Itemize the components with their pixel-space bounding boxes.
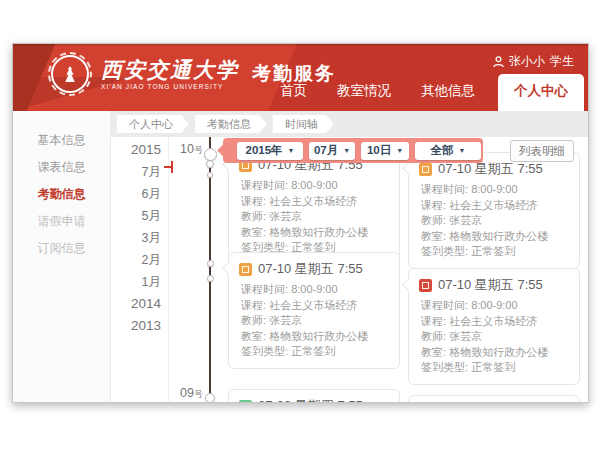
app-body: 基本信息课表信息考勤信息请假申请订阅信息 个人中心考勤信息时间轴 20157月6… (13, 111, 588, 403)
user-info[interactable]: 张小小 学生 (493, 53, 574, 70)
attendance-card[interactable]: 07-10 星期五 7:55课程时间: 8:00-9:00课程: 社会主义市场经… (228, 252, 400, 369)
sidebar-item[interactable]: 订阅信息 (13, 235, 110, 262)
timeline-period[interactable]: 1月 (111, 271, 161, 293)
pagoda-icon (64, 66, 76, 82)
attendance-card[interactable] (408, 395, 580, 403)
chevron-down-icon: ▼ (343, 147, 350, 154)
field-label: 课程: (241, 299, 266, 311)
field-value: 社会主义市场经济 (449, 199, 537, 211)
card-row: 课程时间: 8:00-9:00 (419, 182, 569, 198)
status-icon (239, 263, 252, 276)
filter-bubble: 2015年▼ 07月▼ 10日▼ 全部▼ (223, 138, 483, 163)
timeline-day-label[interactable]: 09号 (169, 386, 203, 401)
nav-item[interactable]: 首页 (265, 82, 322, 111)
nav-item[interactable]: 其他信息 (406, 82, 490, 111)
month-select[interactable]: 07月▼ (309, 142, 355, 160)
card-header: 07-09 星期四 7:55 (239, 397, 389, 403)
field-label: 教师: (421, 214, 446, 226)
chevron-down-icon: ▼ (288, 147, 295, 154)
timeline-period[interactable]: 2013 (111, 315, 161, 337)
field-label: 课程时间: (421, 299, 468, 311)
field-label: 课程时间: (241, 179, 288, 191)
field-label: 签到类型: (241, 345, 288, 357)
attendance-card[interactable]: 07-10 星期五 7:55课程时间: 8:00-9:00课程: 社会主义市场经… (408, 268, 580, 385)
field-label: 课程: (421, 315, 446, 327)
card-row: 教师: 张芸京 (419, 329, 569, 345)
timeline-node[interactable] (207, 260, 214, 267)
chevron-down-icon: ▼ (396, 147, 403, 154)
main-content: 个人中心考勤信息时间轴 20157月6月5月3月2月1月20142013 10号… (111, 111, 588, 403)
card-row: 课程时间: 8:00-9:00 (419, 298, 569, 314)
timeline-node[interactable] (207, 172, 213, 178)
field-value: 格物致知行政办公楼 (269, 330, 368, 342)
sidebar: 基本信息课表信息考勤信息请假申请订阅信息 (13, 111, 111, 403)
main-nav: 首页教室情况其他信息个人中心 (265, 74, 584, 111)
timeline-period[interactable]: 2015 (111, 139, 161, 161)
field-value: 正常签到 (291, 345, 335, 357)
university-gear-logo-icon (51, 55, 89, 93)
timeline-period[interactable]: 7月 (111, 161, 161, 183)
nav-item[interactable]: 教室情况 (322, 82, 406, 111)
timeline-node[interactable] (205, 393, 215, 403)
field-value: 张芸京 (269, 314, 302, 326)
field-value: 格物致知行政办公楼 (269, 226, 368, 238)
breadcrumb-item[interactable]: 个人中心 (117, 115, 189, 133)
day-select[interactable]: 10日▼ (361, 142, 409, 160)
card-row: 签到类型: 正常签到 (419, 360, 569, 376)
user-name: 张小小 (509, 53, 545, 70)
breadcrumb-item[interactable]: 考勤信息 (195, 115, 267, 133)
timeline-node[interactable] (206, 160, 214, 168)
field-label: 教室: (421, 230, 446, 242)
field-value: 格物致知行政办公楼 (449, 230, 548, 242)
period-divider (168, 137, 169, 403)
year-select[interactable]: 2015年▼ (237, 142, 303, 160)
timeline-node[interactable] (204, 148, 217, 161)
university-name-en: XI'AN JIAO TONG UNIVERSITY (101, 83, 239, 90)
field-value: 格物致知行政办公楼 (449, 346, 548, 358)
timeline-period[interactable]: 2014 (111, 293, 161, 315)
attendance-card[interactable]: 07-09 星期四 7:55 (228, 389, 400, 403)
attendance-card[interactable]: 07-10 星期五 7:55课程时间: 8:00-9:00课程: 社会主义市场经… (408, 152, 580, 269)
field-label: 教室: (241, 330, 266, 342)
card-date: 07-10 星期五 7:55 (258, 260, 363, 278)
card-row: 教室: 格物致知行政办公楼 (239, 225, 389, 241)
university-name-cn: 西安交通大学 (101, 58, 239, 82)
card-row: 课程: 社会主义市场经济 (239, 298, 389, 314)
card-row: 签到类型: 正常签到 (239, 344, 389, 360)
user-role: 学生 (550, 53, 574, 70)
field-label: 教室: (241, 226, 266, 238)
field-label: 教师: (241, 314, 266, 326)
field-value: 8:00-9:00 (291, 283, 337, 295)
card-row: 课程: 社会主义市场经济 (419, 198, 569, 214)
day-select-value: 10日 (367, 143, 391, 158)
status-icon (419, 279, 432, 292)
sidebar-item[interactable]: 请假申请 (13, 208, 110, 235)
field-value: 8:00-9:00 (291, 179, 337, 191)
sidebar-item[interactable]: 基本信息 (13, 127, 110, 154)
field-label: 签到类型: (421, 245, 468, 257)
field-label: 课程时间: (241, 283, 288, 295)
field-label: 课程时间: (421, 183, 468, 195)
timeline-node[interactable] (207, 275, 214, 282)
attendance-card[interactable]: 07-10 星期五 7:55课程时间: 8:00-9:00课程: 社会主义市场经… (228, 148, 400, 265)
timeline-period[interactable]: 3月 (111, 227, 161, 249)
field-label: 课程: (421, 199, 446, 211)
card-row: 教室: 格物致知行政办公楼 (419, 345, 569, 361)
field-value: 社会主义市场经济 (269, 299, 357, 311)
sidebar-item[interactable]: 考勤信息 (13, 181, 110, 208)
timeline-period[interactable]: 6月 (111, 183, 161, 205)
university-name: 西安交通大学 XI'AN JIAO TONG UNIVERSITY (101, 58, 239, 90)
type-select[interactable]: 全部▼ (415, 142, 481, 160)
nav-item[interactable]: 个人中心 (498, 74, 584, 111)
current-month-marker (164, 166, 171, 168)
timeline-period[interactable]: 5月 (111, 205, 161, 227)
breadcrumb-item[interactable]: 时间轴 (273, 115, 334, 133)
timeline-period[interactable]: 2月 (111, 249, 161, 271)
card-row: 课程: 社会主义市场经济 (419, 314, 569, 330)
timeline-day-label[interactable]: 10号 (169, 142, 203, 157)
sidebar-item[interactable]: 课表信息 (13, 154, 110, 181)
card-row: 教室: 格物致知行政办公楼 (239, 329, 389, 345)
list-detail-button[interactable]: 列表明细 (510, 140, 574, 162)
year-select-value: 2015年 (245, 143, 282, 158)
chevron-down-icon: ▼ (459, 147, 466, 154)
